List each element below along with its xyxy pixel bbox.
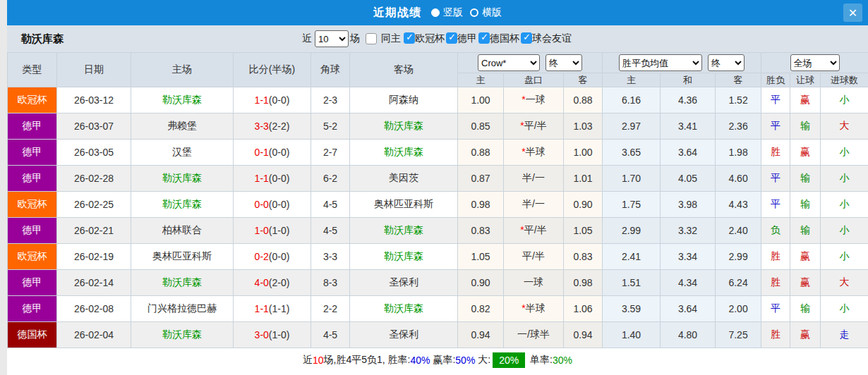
league-checkbox-label[interactable]: 球会友谊 [532, 32, 572, 44]
result-handicap-cell: 赢 [790, 270, 821, 296]
score-cell: 0-0(0-0) [234, 192, 311, 218]
footer-handicap-label: 赢率: [430, 354, 456, 367]
table-row: 德甲26-02-21柏林联合1-0(1-0)4-5勒沃库森0.83*平/半1.0… [8, 218, 868, 244]
handicap-cell: 半/一 [504, 192, 564, 218]
table-row: 欧冠杯26-03-12勒沃库森1-1(0-0)2-3阿森纳1.00*一球0.88… [8, 87, 868, 113]
handicap-cell: 平/半 [504, 244, 564, 270]
result-handicap-cell: 赢 [790, 87, 821, 113]
result-handicap-cell: 赢 [790, 140, 821, 166]
type-badge: 德甲 [8, 270, 57, 296]
league-checkbox[interactable] [478, 32, 490, 44]
league-checkbox[interactable] [446, 32, 457, 44]
home-team-cell: 门兴格拉德巴赫 [131, 296, 234, 322]
sub-header-avg-draw: 和 [661, 73, 716, 87]
avg-group-header: 胜平负均值 终 [603, 53, 761, 73]
avg-away-cell: 2.99 [716, 244, 761, 270]
handicap-cell: 一球 [504, 270, 564, 296]
result-goals-cell: 大 [821, 113, 868, 140]
score-cell: 1-1(0-0) [234, 166, 311, 192]
handicap-cell: *平/半 [504, 218, 564, 244]
result-wdl-cell: 负 [761, 218, 790, 244]
date-cell: 26-02-28 [57, 166, 131, 192]
home-team-cell: 奥林匹亚科斯 [131, 244, 234, 270]
avg-draw-cell: 3.41 [661, 113, 716, 140]
avg-home-cell: 2.41 [603, 244, 661, 270]
sub-header-result-goals: 进球数 [821, 73, 868, 87]
avg-draw-cell: 3.32 [661, 218, 716, 244]
match-count-select[interactable]: 10 [315, 30, 349, 47]
sub-header-handicap: 盘口 [504, 73, 564, 87]
date-cell: 26-02-08 [57, 296, 131, 322]
result-handicap-cell: 输 [790, 113, 821, 140]
date-cell: 26-02-21 [57, 218, 131, 244]
result-wdl-cell: 平 [761, 166, 790, 192]
table-row: 德甲26-02-28勒沃库森1-1(0-0)6-2美因茨0.87半/一1.011… [8, 166, 868, 192]
league-checkbox-label[interactable]: 德甲 [457, 32, 477, 44]
league-checkbox[interactable] [404, 32, 415, 44]
avg-type-select[interactable]: 胜平负均值 [619, 54, 702, 71]
corner-cell: 2-7 [311, 140, 350, 166]
home-team-cell: 勒沃库森 [131, 270, 234, 296]
avg-draw-cell: 3.64 [661, 296, 716, 322]
avg-draw-cell: 4.05 [661, 166, 716, 192]
league-checkbox-group: 欧冠杯德甲德国杯球会友谊 [404, 32, 573, 45]
result-scope-select[interactable]: 全场 [790, 54, 840, 71]
date-cell: 26-02-14 [57, 270, 131, 296]
close-icon[interactable]: ✕ [843, 4, 862, 22]
avg-draw-cell: 4.36 [661, 87, 716, 113]
score-cell: 0-1(0-0) [234, 140, 311, 166]
title-bar: 近期战绩 竖版 横版 ✕ [7, 0, 868, 25]
radio-horizontal-icon[interactable] [470, 8, 478, 17]
odds-home-cell: 0.98 [458, 192, 504, 218]
handicap-cell: *一球 [504, 87, 564, 113]
footer-record-text: 场,胜4平5负1, 胜率: [324, 354, 411, 367]
result-handicap-cell: 输 [790, 166, 821, 192]
layout-radio-group: 竖版 横版 [424, 6, 502, 19]
col-header-home: 主场 [131, 53, 234, 87]
odds-home-cell: 0.85 [458, 113, 504, 140]
handicap-cell: *半球 [504, 296, 564, 322]
odds-time-select[interactable]: 终 [545, 54, 582, 71]
league-checkbox-label[interactable]: 德国杯 [490, 32, 519, 44]
home-team-cell: 勒沃库森 [131, 322, 234, 348]
radio-horizontal-label[interactable]: 横版 [482, 6, 502, 19]
avg-away-cell: 1.98 [716, 140, 761, 166]
avg-time-select[interactable]: 终 [708, 54, 745, 71]
avg-draw-cell: 3.34 [661, 244, 716, 270]
type-badge: 德甲 [8, 140, 57, 166]
away-team-cell: 勒沃库森 [350, 218, 458, 244]
odds-away-cell: 0.98 [564, 270, 603, 296]
type-badge: 德甲 [8, 166, 57, 192]
away-team-cell: 圣保利 [350, 322, 458, 348]
score-cell: 1-0(1-0) [234, 218, 311, 244]
team-name: 勒沃库森 [21, 32, 64, 46]
odds-group-header: Crow* 终 [458, 53, 603, 73]
col-header-date: 日期 [57, 53, 131, 87]
result-handicap-cell: 输 [790, 192, 821, 218]
odds-away-cell: 0.90 [564, 192, 603, 218]
score-cell: 0-2(0-0) [234, 244, 311, 270]
score-cell: 3-0(1-0) [234, 322, 311, 348]
same-home-label[interactable]: 同主 [381, 32, 401, 45]
avg-home-cell: 1.51 [603, 270, 661, 296]
corner-cell: 4-5 [311, 322, 350, 348]
radio-vertical-label[interactable]: 竖版 [443, 6, 463, 19]
recent-results-panel: 近期战绩 竖版 横版 ✕ 勒沃库森 近 10 场 同主 欧冠杯德甲德国杯球会友谊 [7, 0, 868, 375]
same-home-checkbox[interactable] [366, 33, 377, 44]
odds-home-cell: 0.90 [458, 270, 504, 296]
odds-company-select[interactable]: Crow* [478, 54, 540, 71]
avg-draw-cell: 3.98 [661, 192, 716, 218]
radio-vertical-icon[interactable] [431, 8, 440, 17]
count-suffix-label: 场 [350, 32, 360, 45]
handicap-cell: 半/一 [504, 166, 564, 192]
footer-recent-label: 近 [303, 354, 313, 367]
away-team-cell: 圣保利 [350, 270, 458, 296]
odds-home-cell: 1.00 [458, 87, 504, 113]
corner-cell: 3-3 [311, 244, 350, 270]
league-checkbox[interactable] [521, 32, 532, 44]
filter-controls: 近 10 场 同主 欧冠杯德甲德国杯球会友谊 [302, 30, 573, 47]
sub-header-avg-home: 主 [603, 73, 661, 87]
league-checkbox-label[interactable]: 欧冠杯 [415, 32, 445, 44]
handicap-cell: 一/球半 [504, 322, 564, 348]
away-team-cell: 勒沃库森 [350, 113, 458, 140]
